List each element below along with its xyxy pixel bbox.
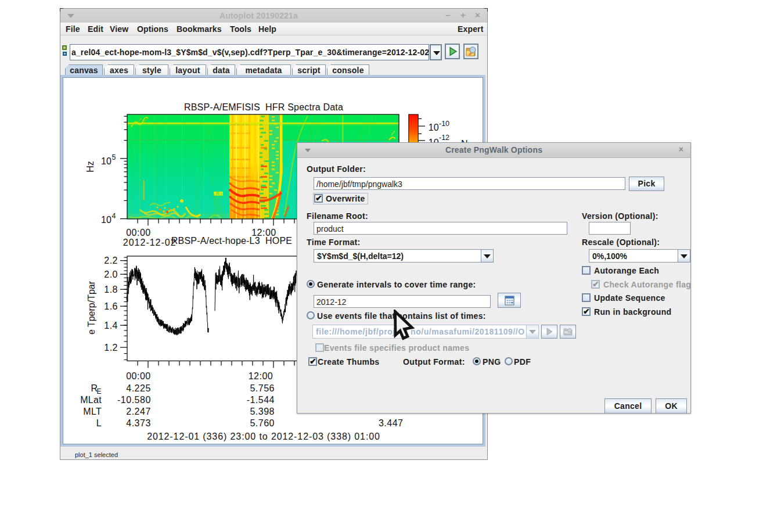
svg-text:5.756: 5.756 <box>250 383 275 393</box>
svg-text:MLT: MLT <box>83 407 102 416</box>
svg-text:2.247: 2.247 <box>126 407 151 416</box>
svg-text:2012-12-01 (336) 23:00 to 2012: 2012-12-01 (336) 23:00 to 2012-12-03 (33… <box>147 432 380 441</box>
svg-text:2.2: 2.2 <box>104 256 118 265</box>
svg-text:1.2: 1.2 <box>104 343 118 353</box>
svg-text:L: L <box>96 418 102 428</box>
svg-text:5.760: 5.760 <box>250 418 275 428</box>
svg-text:e Tperp/Tpar: e Tperp/Tpar <box>87 281 96 335</box>
svg-text:10: 10 <box>101 215 111 225</box>
svg-text:RBSP-A/ect-hope-L3 HOPE: RBSP-A/ect-hope-L3 HOPE <box>171 236 292 246</box>
svg-text:00:00: 00:00 <box>126 371 151 381</box>
svg-text:1.4: 1.4 <box>104 321 118 330</box>
svg-text:Hz: Hz <box>85 161 95 172</box>
svg-text:12:00: 12:00 <box>249 371 273 381</box>
svg-text:MLat: MLat <box>80 395 102 405</box>
svg-text:-1.544: -1.544 <box>247 395 275 405</box>
svg-text:-10: -10 <box>439 120 449 128</box>
svg-text:-10.580: -10.580 <box>117 395 151 405</box>
svg-text:4.373: 4.373 <box>126 418 151 428</box>
svg-text:4: 4 <box>112 212 116 220</box>
svg-text:2012-12-02: 2012-12-02 <box>123 238 177 247</box>
svg-text:3.447: 3.447 <box>379 418 404 428</box>
svg-text:RBSP-A/EMFISIS HFR Spectra Da: RBSP-A/EMFISIS HFR Spectra Data <box>184 102 343 112</box>
svg-text:5: 5 <box>112 153 116 161</box>
svg-text:5.398: 5.398 <box>250 407 275 416</box>
svg-text:1.8: 1.8 <box>104 285 118 294</box>
svg-text:2.0: 2.0 <box>104 269 118 279</box>
svg-text:10: 10 <box>429 123 439 132</box>
svg-text:1.6: 1.6 <box>104 301 118 311</box>
svg-text:4.225: 4.225 <box>126 383 151 393</box>
svg-text:-12: -12 <box>439 134 449 142</box>
svg-text:00:00: 00:00 <box>126 228 151 238</box>
svg-text:E: E <box>96 387 101 396</box>
svg-text:10: 10 <box>101 156 111 166</box>
